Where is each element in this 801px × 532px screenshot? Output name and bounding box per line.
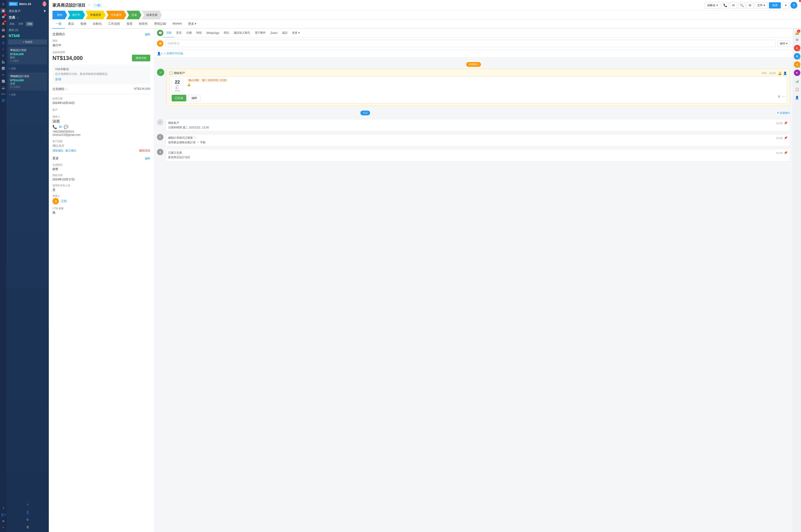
task-edit-button[interactable]: 編輯	[188, 95, 200, 101]
chat-input[interactable]: 待辦事項	[165, 40, 776, 47]
filter-icon[interactable]: ▼	[43, 9, 47, 13]
calendar-icon[interactable]: 📅	[1, 27, 6, 33]
new-link[interactable]: 新增	[55, 78, 61, 81]
more-edit[interactable]: 編輯	[145, 156, 150, 160]
chat-icon[interactable]: 💬 5	[1, 15, 6, 20]
tab-zoom[interactable]: Zoom	[268, 29, 280, 37]
contacts-icon[interactable]: 👤	[1, 40, 6, 45]
title-tag[interactable]: 一般	[93, 3, 102, 7]
files-icon[interactable]: 📁	[1, 34, 6, 39]
tab-general[interactable]: 一般	[53, 19, 65, 28]
close-button[interactable]: 交易	[42, 2, 47, 6]
code-icon[interactable]: </>	[1, 92, 6, 97]
tab-dependencies[interactable]: 相依性	[135, 19, 151, 28]
crm-side-icon[interactable]: 📊	[794, 78, 800, 84]
crm-icon[interactable]: 🛒	[1, 53, 6, 58]
deal-info-edit[interactable]: 編輯	[145, 33, 150, 36]
add-activity-1[interactable]: + 活動	[6, 66, 49, 71]
add-user-bottom-icon[interactable]: 👤	[24, 509, 31, 515]
home-icon[interactable]: 🏠	[1, 8, 6, 13]
search-button[interactable]: 🔍	[738, 2, 745, 9]
publish-button[interactable]: 發票	[769, 2, 781, 8]
total-hint[interactable]: ⓘ	[65, 88, 68, 91]
select-field-link[interactable]: 選取欄位	[53, 149, 63, 153]
task-share-icon[interactable]: ⬆	[778, 95, 780, 101]
avatar-icon[interactable]: 👤	[783, 72, 787, 75]
edit-icon[interactable]: ✏	[88, 4, 91, 7]
tab-automation[interactable]: 自動化	[90, 19, 105, 28]
activity-nav[interactable]: 活動	[26, 21, 34, 26]
quick-add-button[interactable]: + 快速添	[8, 39, 47, 45]
tab-market[interactable]: Market	[169, 19, 185, 28]
tab-email[interactable]: 電子郵件	[253, 28, 268, 38]
pencil-icon[interactable]: ✏	[1, 72, 6, 77]
settings-icon[interactable]: ⚙	[1, 519, 6, 524]
add-activity-2[interactable]: + 活動	[6, 92, 49, 97]
plus-icon[interactable]: +	[1, 525, 6, 530]
tab-invoice[interactable]: 發票	[123, 19, 135, 28]
stage-payment[interactable]: 付款處理	[106, 11, 126, 19]
filter-button[interactable]: ▼ 篩選條件	[777, 111, 790, 115]
stage-inprogress[interactable]: 進行中	[68, 11, 85, 19]
notification-bell[interactable]: 🔔 8	[795, 31, 799, 35]
avatar-4[interactable]: K	[794, 70, 800, 76]
stage-ready-invoice[interactable]: 準備發票	[86, 11, 106, 19]
stage-new[interactable]: 新的	[53, 11, 67, 19]
list-nav[interactable]: 清單	[17, 21, 25, 26]
contact-tl-pin[interactable]: 📌	[784, 121, 787, 125]
tab-more[interactable]: 更多 ▾	[185, 19, 200, 28]
tab-quotes[interactable]: 報價	[77, 19, 90, 28]
shop-icon[interactable]: 🏪	[1, 59, 6, 64]
in-chat-link[interactable]: + 在聊天中討論	[164, 52, 183, 55]
help-icon[interactable]: ?	[1, 506, 6, 511]
task-checkbox[interactable]	[169, 72, 172, 75]
settings-button[interactable]: ⚙	[746, 2, 753, 9]
help-button[interactable]: ?	[790, 2, 797, 9]
deal-card-school[interactable]: 學校設計項目 NT$34,000 勝利 1 分鐘前	[8, 46, 47, 64]
calc-hint[interactable]: ⓘ	[194, 136, 196, 139]
reports-icon[interactable]: 📊	[1, 66, 6, 71]
task-done-button[interactable]: 已完成	[171, 95, 186, 101]
tasks-icon[interactable]: ✓	[1, 47, 6, 52]
stage-complete[interactable]: 完成	[127, 11, 141, 19]
globe-icon[interactable]: 🌐	[1, 98, 6, 103]
settings-bottom-icon[interactable]: ⚙	[24, 516, 31, 523]
phone-button[interactable]: 📞	[722, 2, 729, 9]
bell-small-icon[interactable]: 🔔	[187, 83, 190, 86]
create-field-link[interactable]: 建立欄位	[65, 149, 76, 153]
tab-tasks[interactable]: 任務	[184, 28, 194, 38]
tab-invite-chat[interactable]: 邀請加入聊天	[232, 28, 253, 38]
receive-payment-button[interactable]: 接收付款	[132, 55, 150, 61]
star-icon[interactable]: ☆	[17, 16, 19, 19]
contact-email-icon[interactable]: ✉	[59, 125, 62, 129]
tab-activity[interactable]: 活動	[164, 28, 174, 38]
tab-sms[interactable]: 簡訊	[221, 28, 232, 38]
tab-products[interactable]: 產品	[65, 19, 77, 28]
deal-card-museum[interactable]: 博物館設計項目 NT$14,000 康勝 21 分鐘前	[8, 73, 47, 91]
tab-comments[interactable]: 意見	[174, 28, 184, 38]
user-side-icon[interactable]: 👤	[794, 94, 800, 101]
avatar-1[interactable]: E	[794, 45, 800, 51]
tab-history[interactable]: 歷程記錄	[151, 19, 169, 28]
help-bottom-icon[interactable]: ?	[24, 502, 31, 508]
tab-whatsapp[interactable]: WhatsApp	[204, 29, 221, 37]
stage-end[interactable]: 結束交易	[142, 11, 162, 19]
action-button[interactable]: 操作 ▾	[777, 40, 790, 47]
kanban-nav[interactable]: 看板	[8, 21, 16, 26]
publish-dropdown[interactable]: ▾	[782, 2, 789, 9]
email-button[interactable]: ✉	[730, 2, 737, 9]
trash-icon[interactable]: 🗑	[24, 524, 31, 530]
task-ellipsis-icon[interactable]: ⋯	[782, 95, 785, 101]
notification-icon[interactable]: 🔔 1	[1, 21, 6, 26]
sites-icon[interactable]: 💻	[1, 85, 6, 90]
avatar-3[interactable]: A	[794, 61, 800, 68]
mail-side-icon[interactable]: ✉ 1	[794, 37, 800, 43]
add-user-icon[interactable]: 👤+	[1, 512, 6, 517]
bell-icon[interactable]: 🔔	[778, 72, 782, 75]
menu-icon[interactable]: ☰	[1, 2, 6, 7]
created-tl-pin[interactable]: 📌	[784, 151, 787, 154]
tab-workflow[interactable]: 工作流程	[105, 19, 123, 28]
contact-chat-icon[interactable]: 💬	[64, 125, 68, 129]
tab-slots[interactable]: 時段	[194, 28, 204, 38]
analytics-icon[interactable]: 📈	[1, 79, 6, 84]
